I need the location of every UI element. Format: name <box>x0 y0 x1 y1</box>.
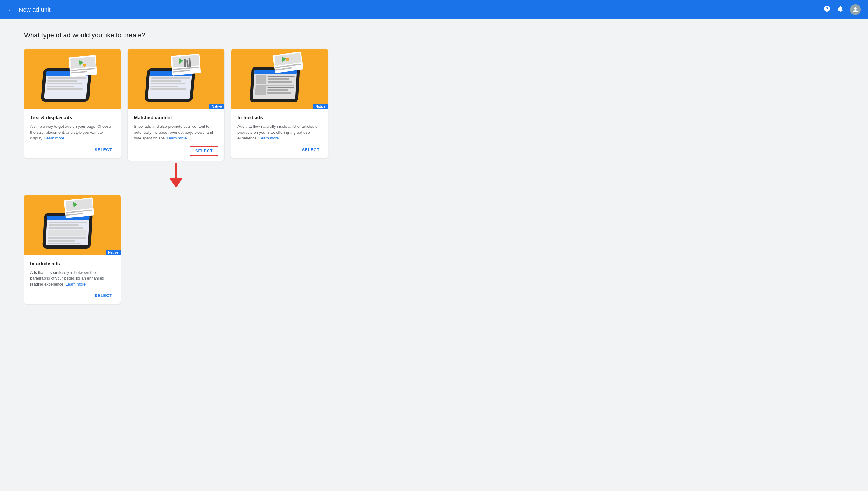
svg-rect-53 <box>48 227 83 229</box>
card-image-in-article: Native <box>24 195 120 255</box>
learn-more-in-feed[interactable]: Learn more <box>259 136 279 140</box>
svg-rect-4 <box>47 80 78 82</box>
card-title-matched-content: Matched content <box>134 115 218 120</box>
card-footer-matched-content: SELECT <box>134 146 218 156</box>
card-title-in-article: In-article ads <box>30 261 114 267</box>
card-title-in-feed: In-feed ads <box>237 115 322 120</box>
learn-more-text-display[interactable]: Learn more <box>44 136 64 140</box>
svg-rect-20 <box>150 86 177 87</box>
app-header: ← New ad unit <box>0 0 868 19</box>
svg-rect-56 <box>48 240 75 241</box>
back-button[interactable]: ← <box>7 6 14 13</box>
card-desc-text-display: A simple way to get ads on your page. Ch… <box>30 123 114 141</box>
card-body-matched-content: Matched content Show ads and also promot… <box>128 109 224 161</box>
card-desc-matched-content: Show ads and also promote your content t… <box>134 123 218 141</box>
select-button-in-article[interactable]: SELECT <box>92 292 114 299</box>
svg-rect-37 <box>256 85 294 86</box>
card-image-text-display <box>24 49 120 109</box>
card-body-in-feed: In-feed ads Ads that flow naturally insi… <box>231 109 328 158</box>
card-in-feed[interactable]: Native In-feed ads Ads that flow natural… <box>231 49 328 158</box>
select-button-in-feed[interactable]: SELECT <box>300 146 322 153</box>
native-badge-in-article: Native <box>106 250 120 255</box>
svg-rect-40 <box>267 89 288 91</box>
phone-illustration-2 <box>137 50 215 108</box>
card-in-article[interactable]: Native In-article ads Ads that fit seaml… <box>24 195 120 304</box>
card-matched-content[interactable]: Native Matched content Show ads and also… <box>128 49 224 161</box>
svg-rect-21 <box>150 88 187 90</box>
svg-rect-17 <box>151 78 190 79</box>
main-content: What type of ad would you like to create… <box>0 19 868 316</box>
svg-rect-41 <box>267 92 291 94</box>
card-body-text-display: Text & display ads A simple way to get a… <box>24 109 120 158</box>
svg-rect-54 <box>48 230 87 236</box>
svg-rect-7 <box>47 88 83 90</box>
card-text-display[interactable]: Text & display ads A simple way to get a… <box>24 49 120 158</box>
card-footer-in-article: SELECT <box>30 292 114 299</box>
svg-rect-31 <box>253 70 297 99</box>
header-icons <box>823 4 861 15</box>
phone-illustration-1 <box>33 50 112 108</box>
card-title-text-display: Text & display ads <box>30 115 114 120</box>
select-button-text-display[interactable]: SELECT <box>92 146 114 153</box>
phone-illustration-3 <box>241 50 319 108</box>
arrow-shaft <box>175 163 177 178</box>
phone-illustration-4 <box>33 196 112 254</box>
svg-rect-39 <box>267 87 294 88</box>
svg-rect-57 <box>48 243 81 244</box>
learn-more-in-article[interactable]: Learn more <box>66 282 86 286</box>
svg-rect-3 <box>48 78 86 79</box>
svg-rect-34 <box>268 76 295 77</box>
help-icon[interactable] <box>823 5 831 14</box>
svg-rect-51 <box>49 222 87 223</box>
page-question: What type of ad would you like to create… <box>24 31 844 39</box>
svg-rect-33 <box>256 75 267 84</box>
svg-rect-36 <box>268 81 292 83</box>
card-image-matched-content: Native <box>128 49 224 109</box>
learn-more-matched-content[interactable]: Learn more <box>167 136 187 140</box>
card-desc-in-article: Ads that fit seamlessly in between the p… <box>30 269 114 287</box>
notification-icon[interactable] <box>837 5 844 14</box>
card-footer-text-display: SELECT <box>30 146 114 153</box>
user-avatar[interactable] <box>850 4 861 15</box>
svg-rect-52 <box>49 224 79 226</box>
select-button-matched-content[interactable]: SELECT <box>190 146 218 156</box>
svg-rect-18 <box>151 80 181 82</box>
card-footer-in-feed: SELECT <box>237 146 322 153</box>
svg-rect-19 <box>151 83 185 84</box>
svg-rect-35 <box>268 78 289 80</box>
red-arrow-annotation <box>169 163 183 187</box>
native-badge-matched-content: Native <box>209 104 224 109</box>
svg-rect-38 <box>255 86 266 95</box>
native-badge-in-feed: Native <box>313 104 328 109</box>
card-desc-in-feed: Ads that flow naturally inside a list of… <box>237 123 322 141</box>
card-image-in-feed: Native <box>231 49 328 109</box>
card-body-in-article: In-article ads Ads that fit seamlessly i… <box>24 255 120 304</box>
svg-rect-55 <box>48 237 86 239</box>
page-title: New ad unit <box>19 6 823 13</box>
svg-rect-5 <box>47 83 82 84</box>
svg-rect-6 <box>47 86 74 87</box>
arrow-head <box>169 178 183 187</box>
